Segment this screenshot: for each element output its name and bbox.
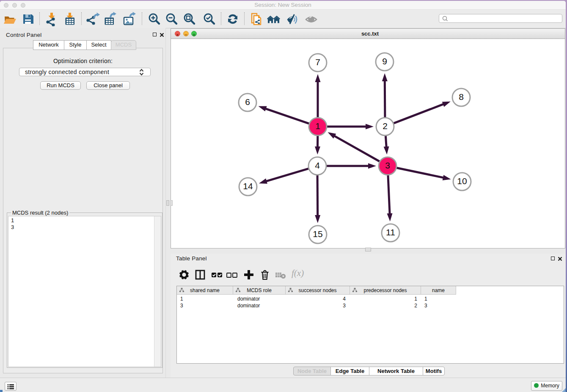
svg-text:2: 2: [383, 121, 388, 131]
svg-text:3: 3: [385, 160, 390, 170]
svg-text:7: 7: [315, 57, 320, 67]
svg-text:10: 10: [457, 176, 467, 186]
svg-text:11: 11: [386, 227, 395, 237]
svg-text:6: 6: [245, 97, 250, 107]
svg-text:8: 8: [459, 92, 464, 102]
svg-text:15: 15: [313, 229, 322, 239]
svg-text:14: 14: [243, 181, 253, 191]
svg-text:1: 1: [315, 121, 320, 131]
svg-text:4: 4: [315, 160, 320, 170]
svg-text:9: 9: [382, 56, 387, 66]
